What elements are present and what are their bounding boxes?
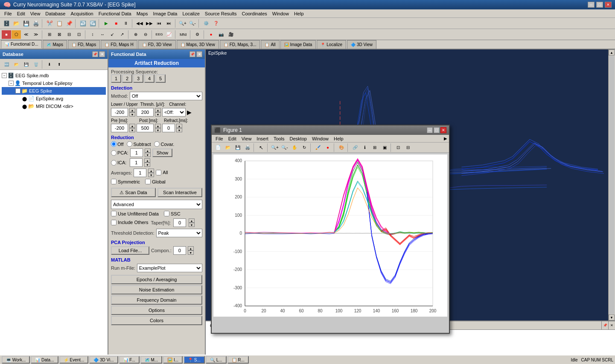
tb2-btn3[interactable]: ≪ bbox=[21, 30, 31, 39]
tab-all[interactable]: 📋 All bbox=[261, 40, 279, 49]
db-import-btn[interactable]: ⬇ bbox=[45, 60, 54, 69]
radio-pca-input[interactable] bbox=[111, 150, 117, 156]
tb2-electrode[interactable]: EEG bbox=[154, 30, 164, 39]
task-i[interactable]: 🖼️ I... bbox=[163, 356, 183, 364]
fig-menu-desktop[interactable]: Desktop bbox=[288, 136, 309, 142]
tb2-video[interactable]: 🎥 bbox=[226, 30, 236, 39]
upper-down[interactable]: ▼ bbox=[155, 112, 161, 116]
maximize-btn[interactable]: □ bbox=[596, 2, 603, 8]
menu-maps[interactable]: Maps bbox=[134, 10, 151, 17]
fig-print-btn[interactable]: 🖨️ bbox=[243, 143, 252, 152]
fig-save-btn[interactable]: 💾 bbox=[233, 143, 242, 152]
tb2-btn7[interactable]: ⊟ bbox=[64, 30, 74, 39]
menu-edit[interactable]: Edit bbox=[15, 10, 28, 17]
fig-bar-btn[interactable]: ⊡ bbox=[393, 143, 403, 152]
colors-btn[interactable]: Colors bbox=[111, 316, 202, 325]
tab-maps-3d[interactable]: 📋 Maps, 3D View bbox=[177, 40, 219, 49]
new-btn[interactable]: 🗄️ bbox=[2, 19, 11, 28]
taper-down[interactable]: ▼ bbox=[189, 223, 195, 227]
radio-off-input[interactable] bbox=[111, 141, 117, 147]
show-btn[interactable]: Show bbox=[152, 149, 173, 157]
fig-brush-btn[interactable]: 🖌️ bbox=[313, 143, 323, 152]
tab-fd-maps[interactable]: 📋 FD, Maps bbox=[68, 40, 100, 49]
rewind-btn[interactable]: ⏮ bbox=[154, 19, 164, 28]
tab-maps[interactable]: 🗺️ Maps bbox=[43, 40, 67, 49]
proc-btn-2[interactable]: 2 bbox=[122, 74, 132, 83]
db-pin-btn[interactable]: 📌 bbox=[92, 51, 98, 57]
output-close[interactable]: ✕ bbox=[608, 321, 615, 329]
taper-up[interactable]: ▲ bbox=[189, 218, 195, 223]
fig-grid-btn[interactable]: ⊞ bbox=[370, 143, 379, 152]
tb2-btn10[interactable]: ↔ bbox=[98, 30, 107, 39]
menu-database[interactable]: Database bbox=[43, 10, 68, 17]
tb2-record[interactable]: ● bbox=[207, 30, 216, 39]
compon-up[interactable]: ▲ bbox=[188, 246, 194, 250]
fig-menu-window[interactable]: Window bbox=[310, 136, 331, 142]
refract-down[interactable]: ▼ bbox=[176, 128, 182, 132]
ica-down[interactable]: ▼ bbox=[144, 163, 150, 167]
tree-toggle-mdb[interactable]: − bbox=[2, 73, 7, 78]
threshold-select[interactable]: Peak RMS Mean bbox=[156, 229, 203, 237]
proc-btn-1[interactable]: 1 bbox=[111, 74, 121, 83]
db-open-btn[interactable]: 📂 bbox=[12, 60, 21, 69]
tb2-btn8[interactable]: ⊡ bbox=[74, 30, 84, 39]
fig-min-btn[interactable]: ─ bbox=[427, 127, 433, 133]
radio-pca[interactable]: PCA: bbox=[111, 150, 128, 156]
refract-input[interactable] bbox=[162, 124, 175, 132]
pre-down[interactable]: ▼ bbox=[129, 128, 135, 132]
tb2-btn5[interactable]: ⊞ bbox=[45, 30, 54, 39]
tb2-btn14[interactable]: ⊖ bbox=[141, 30, 150, 39]
output-pin[interactable]: 📌 bbox=[601, 321, 608, 329]
tab-localize[interactable]: 📍 Localize bbox=[317, 40, 346, 49]
epochs-btn[interactable]: Epochs / Averaging bbox=[111, 275, 202, 284]
scan-data-btn[interactable]: ⚠ Scan Data bbox=[111, 188, 156, 197]
pca-down[interactable]: ▼ bbox=[145, 153, 151, 157]
fig-menu-view[interactable]: View bbox=[239, 136, 254, 142]
scroll-down-btn[interactable]: ▼ bbox=[609, 314, 615, 320]
tb2-camera[interactable]: 📷 bbox=[216, 30, 226, 39]
task-3dvi[interactable]: 🔷 3D Vi... bbox=[89, 356, 118, 364]
ica-up[interactable]: ▲ bbox=[144, 158, 150, 163]
menu-help[interactable]: Help bbox=[291, 10, 306, 17]
db-export-btn[interactable]: ⬆ bbox=[55, 60, 64, 69]
task-r[interactable]: 📋 R... bbox=[227, 356, 249, 364]
pre-input[interactable] bbox=[111, 124, 128, 132]
lower-up[interactable]: ▲ bbox=[129, 108, 135, 112]
fig-zoom-out-btn[interactable]: 🔍- bbox=[280, 143, 289, 152]
upper-input[interactable] bbox=[137, 108, 154, 116]
fig-dot-btn[interactable]: ● bbox=[323, 143, 332, 152]
fig-expand-btn[interactable]: ⊟ bbox=[403, 143, 413, 152]
db-close-btn[interactable]: ✕ bbox=[99, 51, 105, 57]
avg-down[interactable]: ▼ bbox=[148, 173, 154, 177]
include-checkbox[interactable]: Include Others bbox=[111, 220, 149, 225]
fig-cursor-btn[interactable]: ↖ bbox=[256, 143, 266, 152]
global-checkbox[interactable]: Global bbox=[145, 179, 166, 184]
tab-image-data[interactable]: 🖼️ Image Data bbox=[280, 40, 316, 49]
tb2-btn13[interactable]: ⊕ bbox=[131, 30, 140, 39]
tb2-btn1[interactable]: ■ bbox=[2, 30, 11, 39]
menu-source-results[interactable]: Source Results bbox=[202, 10, 239, 17]
tb2-btn2[interactable]: ⬠ bbox=[12, 30, 21, 39]
tb2-settings[interactable]: ⚙ bbox=[193, 30, 202, 39]
fig-info-btn[interactable]: ℹ bbox=[360, 143, 370, 152]
fig-new-btn[interactable]: 📄 bbox=[213, 143, 223, 152]
fig-side-btn[interactable]: ▣ bbox=[380, 143, 389, 152]
fig-restore-btn[interactable]: □ bbox=[434, 127, 440, 133]
help-btn2[interactable]: ❓ bbox=[211, 19, 221, 28]
menu-view[interactable]: View bbox=[28, 10, 43, 17]
compon-input[interactable] bbox=[173, 246, 186, 255]
paste-btn[interactable]: 📌 bbox=[64, 19, 74, 28]
fig-zoom-in-btn[interactable]: 🔍+ bbox=[270, 143, 280, 152]
properties-btn[interactable]: ⚙️ bbox=[201, 19, 211, 28]
channel-select[interactable]: <Off: bbox=[162, 108, 186, 116]
tb2-btn12[interactable]: ↗ bbox=[117, 30, 127, 39]
fastfwd-btn[interactable]: ⏭ bbox=[164, 19, 174, 28]
undo-btn[interactable]: ↩️ bbox=[78, 19, 87, 28]
pause-btn[interactable]: ⏸ bbox=[121, 19, 131, 28]
scan-interactive-btn[interactable]: Scan Interactive bbox=[157, 188, 202, 197]
task-work[interactable]: 💻 Work... bbox=[2, 356, 30, 364]
all-check-input[interactable] bbox=[156, 170, 161, 175]
open-btn[interactable]: 📂 bbox=[12, 19, 21, 28]
channel-arrow[interactable]: ▶ bbox=[187, 109, 192, 116]
refract-up[interactable]: ▲ bbox=[176, 124, 182, 128]
